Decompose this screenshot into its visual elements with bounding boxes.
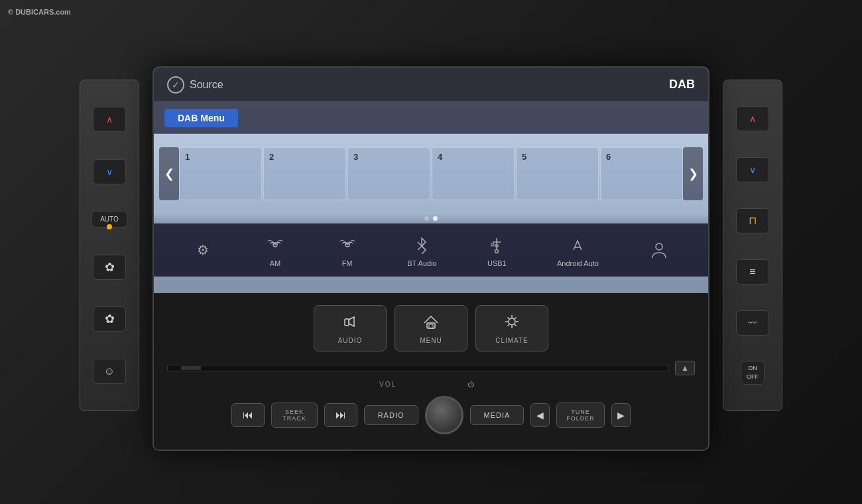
home-icon <box>422 312 440 334</box>
svg-line-21 <box>508 324 510 326</box>
cd-slot-area: ▲ <box>154 358 708 378</box>
source-icons-row: ⚙ AM <box>154 223 708 277</box>
chevron-down-icon: ∨ <box>106 166 113 177</box>
presets-area: ❮ 1 2 3 4 5 6 ❯ <box>154 134 708 214</box>
usb1-source-button[interactable]: USB1 <box>485 233 509 267</box>
seek-track-center-button[interactable]: SEEK TRACK <box>271 403 318 428</box>
tune-folder-line2: FOLDER <box>566 415 595 422</box>
svg-line-20 <box>515 318 517 320</box>
preset-3-button[interactable]: 3 <box>347 147 430 200</box>
source-label: Source <box>190 79 669 91</box>
physical-buttons-area: AUDIO MENU <box>154 293 708 451</box>
dot-1 <box>424 216 429 221</box>
preset-2-button[interactable]: 2 <box>263 147 346 200</box>
menu-label: MENU <box>420 337 442 344</box>
svg-point-8 <box>495 250 499 253</box>
off-label: OFF <box>747 373 759 380</box>
usb1-label: USB1 <box>487 259 507 267</box>
auto-button[interactable]: AUTO <box>92 211 127 227</box>
presets-list: 1 2 3 4 5 6 <box>179 147 683 200</box>
rear-defrost-button[interactable]: ≡ <box>736 259 769 284</box>
seek-next-icon: ⏭ <box>336 409 346 421</box>
fan-speed-button[interactable]: ✿ <box>93 255 126 280</box>
display-screen: ✓ Source DAB DAB Menu ❮ 1 2 3 4 5 6 ❯ <box>154 68 708 293</box>
track-label: TRACK <box>282 415 306 422</box>
am-label: AM <box>270 259 281 267</box>
svg-point-6 <box>491 243 494 246</box>
svg-point-9 <box>656 243 662 250</box>
settings-icon[interactable]: ⚙ <box>191 238 215 262</box>
climate-label: CLIMATE <box>495 337 528 344</box>
fan-direction-icon: ✿ <box>105 312 115 326</box>
power-label: ⏻ <box>467 381 474 388</box>
dot-2 <box>433 216 438 221</box>
bottom-controls: ⏮ SEEK TRACK ⏭ RADIO MEDIA ◀ <box>154 391 708 440</box>
svg-line-19 <box>515 324 517 326</box>
chevron-up-icon: ∧ <box>106 114 113 125</box>
am-source-button[interactable]: AM <box>263 233 287 267</box>
media-button[interactable]: MEDIA <box>470 405 524 425</box>
right-temp-down-button[interactable]: ∨ <box>736 157 769 182</box>
left-climate-panel: ∧ ∨ AUTO ✿ ✿ ☺ <box>80 80 139 411</box>
source-value: DAB <box>669 78 695 92</box>
svg-point-13 <box>509 318 515 325</box>
seek-next-button[interactable]: ⏭ <box>324 403 357 427</box>
svg-line-18 <box>508 318 510 320</box>
rear-heat-button[interactable]: 〰 <box>736 310 769 336</box>
auto-label: AUTO <box>100 216 119 223</box>
volume-knob[interactable] <box>425 396 463 434</box>
source-check-icon: ✓ <box>167 76 184 94</box>
preset-6-button[interactable]: 6 <box>600 147 683 200</box>
bt-audio-source-button[interactable]: BT Audio <box>407 233 436 267</box>
main-buttons-row: AUDIO MENU <box>300 293 562 358</box>
audio-button[interactable]: AUDIO <box>314 305 387 351</box>
vol-label: VOL <box>379 381 397 388</box>
android-auto-source-button[interactable]: Android Auto <box>557 233 599 267</box>
preset-prev-button[interactable]: ❮ <box>159 147 179 200</box>
on-label: ON <box>748 365 757 371</box>
svg-rect-10 <box>345 319 349 326</box>
preset-next-button[interactable]: ❯ <box>683 147 703 200</box>
fan-direction-button[interactable]: ✿ <box>93 306 126 332</box>
preset-4-button[interactable]: 4 <box>432 147 515 200</box>
android-auto-label: Android Auto <box>557 259 599 267</box>
bluetooth-icon <box>410 233 434 257</box>
seek-prev-icon: ⏮ <box>243 409 253 421</box>
fm-label: FM <box>342 259 353 267</box>
tune-next-button[interactable]: ▶ <box>611 403 631 427</box>
eject-button[interactable]: ▲ <box>675 361 695 375</box>
eject-icon: ▲ <box>681 363 689 373</box>
left-temp-up-button[interactable]: ∧ <box>93 107 126 132</box>
dab-menu-button[interactable]: DAB Menu <box>164 109 238 127</box>
radio-button[interactable]: RADIO <box>364 405 418 425</box>
left-temp-down-button[interactable]: ∨ <box>93 159 126 184</box>
tune-folder-button[interactable]: TUNE FOLDER <box>556 403 605 428</box>
dab-menu-area: DAB Menu <box>154 102 708 134</box>
tune-next-icon: ▶ <box>617 410 625 420</box>
right-temp-up-button[interactable]: ∧ <box>736 106 769 131</box>
tune-folder-line1: TUNE <box>571 409 590 415</box>
front-defrost-button[interactable]: ⊓ <box>736 208 769 233</box>
media-label: MEDIA <box>484 411 511 419</box>
climate-button[interactable]: CLIMATE <box>475 305 548 351</box>
fan-icon: ✿ <box>105 260 115 275</box>
bt-audio-label: BT Audio <box>407 259 436 267</box>
seek-prev-button[interactable]: ⏮ <box>231 403 265 427</box>
audio-icon <box>341 312 359 334</box>
fm-source-button[interactable]: FM <box>336 233 359 267</box>
profile-icon[interactable] <box>647 238 671 262</box>
radio-label: RADIO <box>378 411 404 419</box>
infotainment-unit: ✓ Source DAB DAB Menu ❮ 1 2 3 4 5 6 ❯ <box>153 66 709 451</box>
menu-button[interactable]: MENU <box>395 305 467 351</box>
climate-on-off-button[interactable]: ON OFF <box>741 361 765 384</box>
recirculation-button[interactable]: ☺ <box>93 359 126 384</box>
front-defrost-icon: ⊓ <box>749 214 757 227</box>
preset-5-button[interactable]: 5 <box>516 147 599 200</box>
android-auto-icon <box>566 233 589 257</box>
chevron-up-icon-right: ∧ <box>749 113 756 124</box>
tune-prev-button[interactable]: ◀ <box>530 403 550 427</box>
preset-1-button[interactable]: 1 <box>179 147 262 200</box>
usb-icon <box>485 233 509 257</box>
preset-page-dots <box>154 214 708 223</box>
seek-label: SEEK <box>285 409 304 415</box>
